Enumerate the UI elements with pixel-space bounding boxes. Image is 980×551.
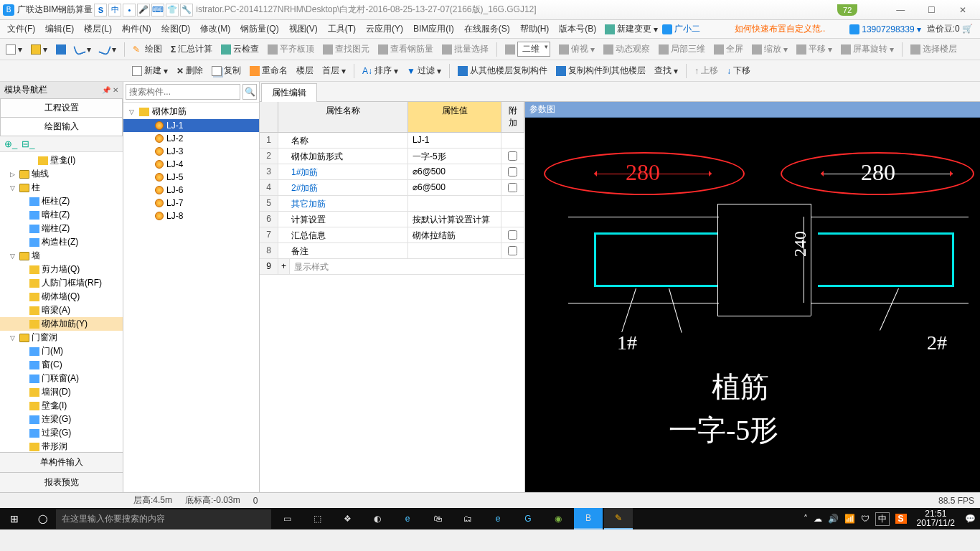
tray-clock[interactable]: 21:512017/11/2 xyxy=(913,509,959,528)
menu-draw[interactable]: 绘图(D) xyxy=(157,21,195,37)
ime-keyboard-icon[interactable]: ⌨ xyxy=(151,4,164,17)
show-style-label[interactable]: 显示样式 xyxy=(290,259,524,274)
menu-view[interactable]: 视图(V) xyxy=(285,21,322,37)
tray-network-icon[interactable]: 📶 xyxy=(844,514,855,524)
menu-version[interactable]: 版本号(B) xyxy=(555,21,600,37)
tray-notifications-icon[interactable]: 💬 xyxy=(965,514,976,524)
cloud-check-button[interactable]: 云检查 xyxy=(218,42,262,57)
nav-tree-item[interactable]: 壁龛(I) xyxy=(0,154,123,167)
part3d-button[interactable]: 局部三维 xyxy=(656,42,708,57)
menu-bim[interactable]: BIM应用(I) xyxy=(409,21,458,37)
nav-tree-item[interactable]: 墙洞(D) xyxy=(0,385,123,399)
tab-draw-input[interactable]: 绘图输入 xyxy=(0,117,123,136)
move-up-button[interactable]: ↑ 上移 xyxy=(692,63,721,78)
taskbar-explorer-icon[interactable]: 🗂 xyxy=(453,508,482,529)
find-graph-button[interactable]: 查找图元 xyxy=(320,42,372,57)
comp-tree-item[interactable]: LJ-8 xyxy=(123,209,259,222)
nav-tree-item[interactable]: 连梁(G) xyxy=(0,413,123,426)
pan-button[interactable]: 平移 ▾ xyxy=(793,42,835,57)
menu-file[interactable]: 文件(F) xyxy=(3,21,39,37)
comp-rename-button[interactable]: 重命名 xyxy=(247,63,291,78)
nav-tree-item[interactable]: 门(M) xyxy=(0,344,123,358)
tab-report-preview[interactable]: 报表预览 xyxy=(0,472,123,492)
pin-icon[interactable]: 📌 ✕ xyxy=(102,86,118,94)
property-row[interactable]: 8备注 xyxy=(260,243,524,259)
sort-button[interactable]: A↓ 排序 ▾ xyxy=(359,63,401,78)
tab-property-edit[interactable]: 属性编辑 xyxy=(261,83,317,102)
taskbar-app-8[interactable]: G xyxy=(514,508,542,529)
comp-tree-item[interactable]: LJ-4 xyxy=(123,158,259,171)
view-rebar-button[interactable]: 查看钢筋量 xyxy=(375,42,436,57)
property-row[interactable]: 1名称LJ-1 xyxy=(260,133,524,149)
menu-online[interactable]: 在线服务(S) xyxy=(460,21,514,37)
prop-add-checkbox[interactable] xyxy=(508,246,517,255)
copy-from-floor-button[interactable]: 从其他楼层复制构件 xyxy=(455,63,550,78)
tab-single-input[interactable]: 单构件输入 xyxy=(0,452,123,472)
property-row[interactable]: 2砌体加筋形式一字-5形 xyxy=(260,149,524,164)
comp-tree-item[interactable]: LJ-1 xyxy=(123,119,259,132)
close-button[interactable]: ✕ xyxy=(948,5,977,15)
topview-button[interactable]: 俯视 ▾ xyxy=(556,42,598,57)
taskbar-app-current[interactable]: B xyxy=(574,508,603,529)
score-badge[interactable]: 72 xyxy=(837,4,857,16)
component-tree[interactable]: ▽砌体加筋LJ-1LJ-2LJ-3LJ-4LJ-5LJ-6LJ-7LJ-8 xyxy=(123,103,259,492)
tray-ime-s[interactable]: S xyxy=(895,514,907,524)
search-icon[interactable]: 🔍 xyxy=(242,84,257,100)
property-row[interactable]: 7汇总信息砌体拉结筋 xyxy=(260,227,524,243)
tree-expand-icon[interactable]: ⊕_ xyxy=(4,138,17,149)
price-bean[interactable]: 造价豆:0 🛒 xyxy=(923,21,977,37)
nav-tree-item[interactable]: 剪力墙(Q) xyxy=(0,263,123,276)
taskbar-app-note[interactable]: ✎ xyxy=(604,508,633,529)
comp-tree-item[interactable]: LJ-7 xyxy=(123,197,259,209)
menu-tool[interactable]: 工具(T) xyxy=(324,21,360,37)
move-down-button[interactable]: ↓ 下移 xyxy=(724,63,753,78)
property-row[interactable]: 6计算设置按默认计算设置计算 xyxy=(260,212,524,227)
menu-edit[interactable]: 编辑(E) xyxy=(41,21,78,37)
sum-calc-button[interactable]: Σ 汇总计算 xyxy=(168,42,215,57)
menu-modify[interactable]: 修改(M) xyxy=(196,21,235,37)
expand-style-button[interactable]: + xyxy=(278,259,290,274)
nav-tree-item[interactable]: 端柱(Z) xyxy=(0,222,123,235)
nav-tree-item[interactable]: 过梁(G) xyxy=(0,426,123,440)
nav-tree-item[interactable]: 人防门框墙(RF) xyxy=(0,276,123,290)
tree-collapse-icon[interactable]: ⊟_ xyxy=(22,138,34,149)
menu-floor[interactable]: 楼层(L) xyxy=(80,21,116,37)
filter-button[interactable]: ▼ 过滤 ▾ xyxy=(404,63,444,78)
find-comp-button[interactable]: 查找 ▾ xyxy=(651,63,681,78)
comp-copy-button[interactable]: 复制 xyxy=(209,63,244,78)
property-row[interactable]: 31#加筋⌀6@500 xyxy=(260,164,524,180)
batch-select-button[interactable]: 批量选择 xyxy=(439,42,491,57)
zoom-button[interactable]: 缩放 ▾ xyxy=(749,42,791,57)
flat-top-button[interactable]: 平齐板顶 xyxy=(265,42,317,57)
new-change-button[interactable]: 新建变更 ▾ xyxy=(602,22,661,37)
tray-shield-icon[interactable]: 🛡 xyxy=(861,514,870,524)
comp-tree-item[interactable]: LJ-6 xyxy=(123,184,259,197)
fullscreen-button[interactable]: 全屏 xyxy=(711,42,746,57)
save-button[interactable] xyxy=(53,43,69,56)
ime-mic-icon[interactable]: 🎤 xyxy=(137,4,150,17)
tray-speaker-icon[interactable]: 🔊 xyxy=(828,514,839,524)
comp-tree-item[interactable]: LJ-3 xyxy=(123,145,259,158)
prop-add-checkbox[interactable] xyxy=(508,183,517,192)
view-2d-dropdown[interactable]: 二维 xyxy=(502,40,553,58)
comp-tree-item[interactable]: LJ-2 xyxy=(123,132,259,145)
ime-cn-icon[interactable]: 中 xyxy=(108,4,121,17)
tray-expand-icon[interactable]: ˄ xyxy=(804,514,808,524)
comp-tree-item[interactable]: LJ-5 xyxy=(123,171,259,184)
prop-add-checkbox[interactable] xyxy=(508,230,517,240)
ime-punct-icon[interactable]: • xyxy=(123,4,136,17)
nav-tree-item[interactable]: 框柱(Z) xyxy=(0,194,123,208)
menu-rebar[interactable]: 钢筋量(Q) xyxy=(236,21,283,37)
taskbar-store-icon[interactable]: 🛍 xyxy=(423,508,452,529)
draw-button[interactable]: ✎绘图 xyxy=(130,42,165,57)
maximize-button[interactable]: ☐ xyxy=(918,5,946,15)
menu-help[interactable]: 帮助(H) xyxy=(516,21,554,37)
nav-tree-item[interactable]: ▽柱 xyxy=(0,181,123,194)
tray-cloud-icon[interactable]: ☁ xyxy=(814,514,822,524)
nav-tree-item[interactable]: 门联窗(A) xyxy=(0,372,123,385)
open-file-button[interactable]: ▾ xyxy=(28,43,50,56)
taskbar-search[interactable]: 在这里输入你要搜索的内容 xyxy=(56,509,271,529)
taskbar-app-1[interactable]: ⬚ xyxy=(303,508,331,529)
property-row[interactable]: 42#加筋⌀6@500 xyxy=(260,180,524,196)
nav-tree-item[interactable]: 砌体加筋(Y) xyxy=(0,317,123,331)
